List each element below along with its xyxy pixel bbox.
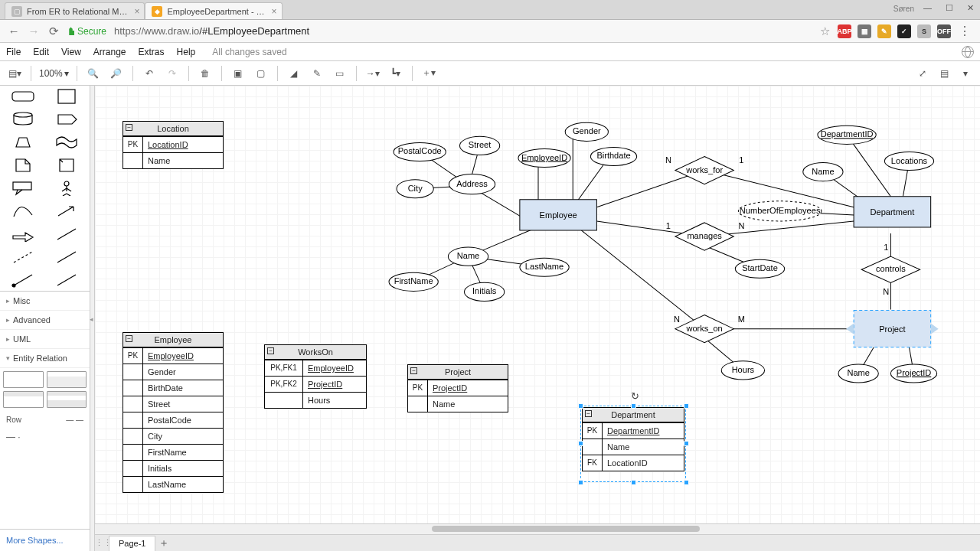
table-location[interactable]: −Location PKLocationID Name xyxy=(122,121,224,169)
svg-text:StartDate: StartDate xyxy=(742,263,778,272)
shape-line-diag[interactable] xyxy=(47,225,87,243)
rotate-handle[interactable]: ↻ xyxy=(629,390,640,401)
insert-icon[interactable]: ＋▾ xyxy=(420,65,437,82)
sel-handle[interactable] xyxy=(578,441,583,446)
svg-text:DepartmentID: DepartmentID xyxy=(821,129,874,139)
undo-icon[interactable]: ↶ xyxy=(141,65,158,82)
browser-tab[interactable]: ◆ EmployeeDepartment - … × xyxy=(145,2,282,19)
shape-arrow-big[interactable] xyxy=(3,225,43,243)
menu-help[interactable]: Help xyxy=(177,47,196,57)
connector-icon[interactable]: →▾ xyxy=(364,65,381,82)
shape-conn[interactable] xyxy=(3,271,43,289)
collapse-icon[interactable]: − xyxy=(267,347,274,354)
menu-icon[interactable]: ⋮ xyxy=(957,24,972,38)
shape-callout[interactable] xyxy=(3,179,43,197)
shape-doc[interactable] xyxy=(3,156,43,174)
menu-edit[interactable]: Edit xyxy=(33,47,49,57)
shape-card[interactable] xyxy=(47,156,87,174)
table-project[interactable]: −Project PKProjectID Name xyxy=(407,364,508,412)
sel-handle[interactable] xyxy=(684,480,689,485)
url-display[interactable]: https://www.draw.io/#LEmployeeDepartment xyxy=(114,25,812,37)
close-icon[interactable]: × xyxy=(272,6,277,17)
table-workson[interactable]: −WorksOn PK,FK1EmployeeID PK,FK2ProjectI… xyxy=(264,344,367,409)
shape-line-dash[interactable] xyxy=(3,248,43,266)
collapse-icon[interactable]: ▾ xyxy=(957,65,974,82)
reload-icon[interactable]: ⟳ xyxy=(47,24,60,38)
er-shape[interactable] xyxy=(47,371,87,388)
shape-trap[interactable] xyxy=(3,133,43,152)
er-shape[interactable] xyxy=(3,391,44,408)
sel-handle[interactable] xyxy=(631,403,636,409)
collapse-icon[interactable]: − xyxy=(126,124,132,131)
er-row-label[interactable]: Row xyxy=(6,416,21,424)
shape-rect[interactable] xyxy=(47,87,87,106)
profile-name[interactable]: Søren xyxy=(893,5,914,13)
shape-line[interactable] xyxy=(47,248,87,266)
zoom-select[interactable]: 100% ▾ xyxy=(39,68,69,79)
to-back-icon[interactable]: ▢ xyxy=(253,65,270,82)
shape-rect-round[interactable] xyxy=(3,87,43,106)
zoom-in-icon[interactable]: 🔍 xyxy=(85,65,102,82)
waypoints-icon[interactable]: ┗▾ xyxy=(387,65,404,82)
back-icon[interactable]: ← xyxy=(8,24,20,37)
svg-text:Name: Name xyxy=(812,167,834,176)
ext-icon[interactable]: ▦ xyxy=(858,24,871,38)
ext-icon[interactable]: OFF xyxy=(937,24,951,38)
shape-curve[interactable] xyxy=(3,202,43,220)
section-advanced[interactable]: Advanced xyxy=(0,311,90,330)
ext-icon[interactable]: S xyxy=(917,24,931,38)
to-front-icon[interactable]: ▣ xyxy=(230,65,247,82)
more-shapes[interactable]: More Shapes... xyxy=(0,529,90,551)
page-tab[interactable]: Page-1 xyxy=(109,536,155,551)
shape-actor[interactable] xyxy=(47,179,87,197)
menu-arrange[interactable]: Arrange xyxy=(93,47,126,57)
page-grip-icon[interactable]: ⋮⋮ xyxy=(95,538,109,548)
ext-icon[interactable]: ✎ xyxy=(877,24,891,38)
collapse-icon[interactable]: − xyxy=(410,367,417,374)
minimize-icon[interactable]: — xyxy=(923,3,932,13)
shape-cylinder[interactable] xyxy=(3,110,43,129)
collapse-icon[interactable]: − xyxy=(126,335,132,342)
sel-handle[interactable] xyxy=(684,403,689,409)
h-scrollbar[interactable] xyxy=(95,523,980,534)
sel-handle[interactable] xyxy=(631,480,636,485)
menu-file[interactable]: File xyxy=(6,47,21,57)
scroll-thumb[interactable] xyxy=(432,526,700,532)
menu-extras[interactable]: Extras xyxy=(139,47,165,57)
er-shape[interactable] xyxy=(47,391,87,408)
section-misc[interactable]: Misc xyxy=(0,292,90,311)
redo-icon[interactable]: ↷ xyxy=(164,65,181,82)
add-page-icon[interactable]: ＋ xyxy=(155,536,172,550)
close-window-icon[interactable]: ✕ xyxy=(967,3,974,13)
sel-handle[interactable] xyxy=(684,441,689,446)
shape-hex[interactable] xyxy=(47,110,87,129)
ext-icon[interactable]: ✓ xyxy=(897,24,911,38)
shape-arrow-ne[interactable] xyxy=(47,202,87,220)
er-shape[interactable] xyxy=(3,371,44,388)
section-entity-relation[interactable]: Entity Relation xyxy=(0,349,90,368)
forward-icon[interactable]: → xyxy=(28,24,40,37)
browser-tab[interactable]: ▢ From ER to Relational M… × xyxy=(5,2,145,19)
sel-handle[interactable] xyxy=(578,480,583,485)
stroke-icon[interactable]: ✎ xyxy=(309,65,325,82)
canvas[interactable]: works_for manages works_on controls N 1 … xyxy=(95,86,980,523)
zoom-out-icon[interactable]: 🔎 xyxy=(108,65,125,82)
globe-icon[interactable] xyxy=(962,46,974,58)
menu-view[interactable]: View xyxy=(61,47,81,57)
table-employee[interactable]: −Employee PKEmployeeID Gender BirthDate … xyxy=(122,332,224,493)
close-icon[interactable]: × xyxy=(134,6,139,17)
delete-icon[interactable]: 🗑 xyxy=(197,65,214,82)
fullscreen-icon[interactable]: ⤢ xyxy=(914,65,931,82)
sel-handle[interactable] xyxy=(578,403,583,409)
view-dropdown[interactable]: ▤▾ xyxy=(6,65,23,82)
shadow-icon[interactable]: ▭ xyxy=(332,65,348,82)
bookmark-star-icon[interactable]: ☆ xyxy=(820,24,830,38)
format-panel-icon[interactable]: ▤ xyxy=(936,65,952,82)
shape-line2[interactable] xyxy=(47,271,87,289)
adblock-icon[interactable]: ABP xyxy=(838,24,851,38)
shape-wave[interactable] xyxy=(47,133,87,152)
maximize-icon[interactable]: ☐ xyxy=(946,3,953,13)
fill-icon[interactable]: ◢ xyxy=(286,65,302,82)
section-uml[interactable]: UML xyxy=(0,330,90,349)
er-row-alt[interactable]: — — xyxy=(66,416,83,424)
